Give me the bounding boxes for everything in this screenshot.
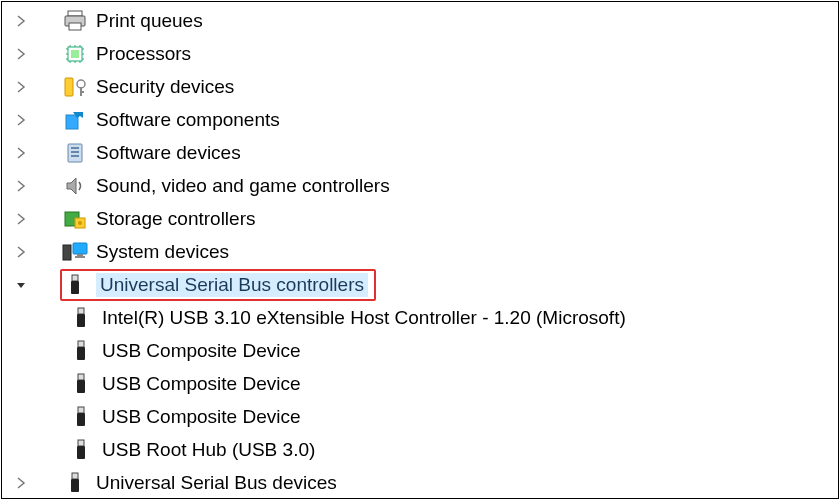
svg-rect-23: [71, 147, 79, 149]
tree-item-label: USB Composite Device: [102, 340, 301, 362]
usb-icon: [60, 272, 90, 298]
svg-rect-30: [73, 243, 87, 254]
tree-item-processors[interactable]: Processors: [2, 37, 838, 70]
tree-item-label: Sound, video and game controllers: [96, 175, 390, 197]
svg-rect-43: [78, 440, 84, 446]
tree-item-label: Print queues: [96, 10, 203, 32]
tree-item-usb-child[interactable]: USB Composite Device: [2, 334, 838, 367]
tree-item-label: Universal Serial Bus controllers: [96, 273, 368, 297]
tree-item-sound-video-game[interactable]: Sound, video and game controllers: [2, 169, 838, 202]
usb-icon: [66, 305, 96, 331]
svg-rect-45: [72, 473, 78, 479]
tree-item-system-devices[interactable]: System devices: [2, 235, 838, 268]
tree-item-label: Universal Serial Bus devices: [96, 472, 337, 494]
usb-icon: [66, 437, 96, 463]
svg-rect-39: [78, 374, 84, 380]
usb-icon: [66, 338, 96, 364]
svg-rect-25: [71, 155, 79, 157]
software-dev-icon: [60, 140, 90, 166]
svg-rect-20: [80, 91, 84, 93]
tree-item-label: Software devices: [96, 142, 241, 164]
tree-item-usb-controllers[interactable]: Universal Serial Bus controllers: [2, 268, 838, 301]
tree-item-label: Storage controllers: [96, 208, 255, 230]
svg-rect-38: [77, 347, 85, 360]
svg-rect-17: [65, 78, 73, 96]
chevron-right-icon[interactable]: [8, 15, 34, 27]
svg-rect-44: [77, 446, 85, 459]
storage-icon: [60, 206, 90, 232]
svg-rect-2: [69, 23, 81, 30]
tree-item-storage-controllers[interactable]: Storage controllers: [2, 202, 838, 235]
usb-icon: [60, 470, 90, 496]
tree-item-label: Software components: [96, 109, 280, 131]
chip-icon: [60, 41, 90, 67]
svg-rect-31: [77, 254, 83, 256]
svg-rect-29: [63, 245, 71, 260]
svg-rect-37: [78, 341, 84, 347]
tree-item-label: USB Composite Device: [102, 406, 301, 428]
tree-item-label: Security devices: [96, 76, 234, 98]
tree-item-print-queues[interactable]: Print queues: [2, 4, 838, 37]
tree-item-label: System devices: [96, 241, 229, 263]
usb-icon: [66, 371, 96, 397]
tree-item-label: Intel(R) USB 3.10 eXtensible Host Contro…: [102, 307, 626, 329]
tree-item-usb-child[interactable]: USB Root Hub (USB 3.0): [2, 433, 838, 466]
usb-icon: [66, 404, 96, 430]
svg-rect-46: [71, 479, 79, 492]
tree-item-label: USB Composite Device: [102, 373, 301, 395]
tree-item-security-devices[interactable]: Security devices: [2, 70, 838, 103]
security-icon: [60, 74, 90, 100]
svg-point-28: [78, 221, 82, 225]
svg-rect-24: [71, 151, 79, 153]
svg-rect-40: [77, 380, 85, 393]
highlight-box: Universal Serial Bus controllers: [60, 269, 376, 301]
tree-item-usb-child[interactable]: Intel(R) USB 3.10 eXtensible Host Contro…: [2, 301, 838, 334]
chevron-down-icon[interactable]: [8, 279, 34, 291]
chevron-right-icon[interactable]: [8, 48, 34, 60]
svg-rect-33: [72, 275, 78, 281]
tree-item-usb-child[interactable]: USB Composite Device: [2, 367, 838, 400]
system-icon: [60, 239, 90, 265]
chevron-right-icon[interactable]: [8, 81, 34, 93]
device-manager-tree[interactable]: Print queues Processors Security devices: [1, 1, 839, 499]
printer-icon: [60, 8, 90, 34]
svg-rect-35: [78, 308, 84, 314]
chevron-right-icon[interactable]: [8, 477, 34, 489]
svg-rect-0: [68, 11, 82, 16]
chevron-right-icon[interactable]: [8, 180, 34, 192]
svg-point-18: [77, 80, 85, 88]
chevron-right-icon[interactable]: [8, 147, 34, 159]
tree-item-software-devices[interactable]: Software devices: [2, 136, 838, 169]
svg-rect-32: [75, 256, 85, 258]
svg-rect-41: [78, 407, 84, 413]
tree-item-usb-child[interactable]: USB Composite Device: [2, 400, 838, 433]
tree-item-software-components[interactable]: Software components: [2, 103, 838, 136]
svg-rect-42: [77, 413, 85, 426]
speaker-icon: [60, 173, 90, 199]
software-comp-icon: [60, 107, 90, 133]
chevron-right-icon[interactable]: [8, 213, 34, 225]
chevron-right-icon[interactable]: [8, 246, 34, 258]
tree-item-usb-devices[interactable]: Universal Serial Bus devices: [2, 466, 838, 499]
svg-rect-21: [66, 115, 78, 129]
svg-rect-36: [77, 314, 85, 327]
chevron-right-icon[interactable]: [8, 114, 34, 126]
tree-item-label: Processors: [96, 43, 191, 65]
svg-rect-34: [71, 281, 79, 294]
svg-rect-4: [71, 50, 79, 58]
tree-item-label: USB Root Hub (USB 3.0): [102, 439, 315, 461]
